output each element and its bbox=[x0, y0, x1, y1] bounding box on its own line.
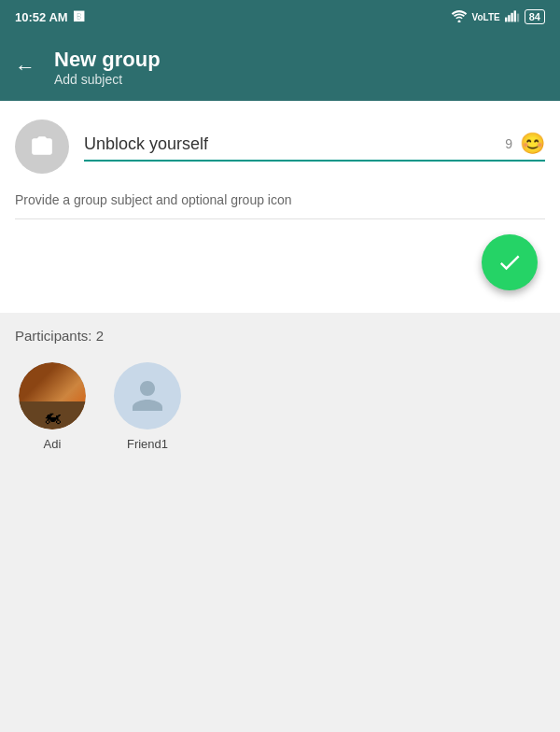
svg-rect-5 bbox=[517, 13, 519, 21]
participant-item: Adi bbox=[19, 362, 86, 451]
participants-list: Adi Friend1 bbox=[15, 362, 545, 451]
page-subtitle: Add subject bbox=[54, 72, 161, 87]
status-bar-right: VoLTE 84 bbox=[451, 9, 545, 25]
avatar-adi bbox=[19, 362, 86, 429]
group-name-input-row: 9 😊 bbox=[84, 132, 545, 162]
status-bar-left: 10:52 AM 🅱 bbox=[15, 10, 84, 24]
participant-name-friend1: Friend1 bbox=[127, 437, 168, 451]
wifi-icon bbox=[451, 9, 468, 25]
group-name-input[interactable] bbox=[84, 134, 497, 154]
adi-photo bbox=[19, 362, 86, 429]
notification-icon: 🅱 bbox=[74, 11, 84, 22]
check-icon bbox=[497, 249, 523, 275]
person-icon bbox=[129, 377, 166, 415]
svg-rect-4 bbox=[513, 10, 515, 21]
svg-rect-2 bbox=[508, 15, 510, 21]
participants-label: Participants: 2 bbox=[15, 328, 545, 344]
camera-button[interactable] bbox=[15, 120, 69, 174]
fab-container bbox=[15, 219, 545, 298]
status-bar: 10:52 AM 🅱 VoLTE 84 bbox=[0, 0, 560, 34]
back-button[interactable]: ← bbox=[15, 55, 35, 79]
svg-rect-1 bbox=[505, 17, 507, 21]
confirm-fab[interactable] bbox=[482, 234, 538, 290]
participant-item: Friend1 bbox=[114, 362, 181, 451]
input-area: 9 😊 bbox=[84, 132, 545, 162]
char-count: 9 bbox=[505, 136, 512, 151]
avatar-friend1 bbox=[114, 362, 181, 429]
emoji-button[interactable]: 😊 bbox=[520, 132, 545, 156]
svg-rect-3 bbox=[511, 12, 512, 21]
time-display: 10:52 AM bbox=[15, 10, 68, 24]
participant-name-adi: Adi bbox=[44, 437, 62, 451]
svg-point-0 bbox=[457, 20, 460, 22]
app-bar-titles: New group Add subject bbox=[54, 48, 161, 87]
participants-section: Participants: 2 Adi Friend1 bbox=[0, 313, 560, 640]
main-content: 9 😊 Provide a group subject and optional… bbox=[0, 101, 560, 313]
page-title: New group bbox=[54, 48, 161, 72]
signal-icon bbox=[505, 9, 520, 25]
helper-text: Provide a group subject and optional gro… bbox=[15, 181, 545, 219]
group-name-row: 9 😊 bbox=[15, 120, 545, 181]
battery-display: 84 bbox=[525, 9, 545, 24]
camera-icon bbox=[30, 134, 54, 159]
app-bar: ← New group Add subject bbox=[0, 34, 560, 101]
lte-icon: VoLTE bbox=[472, 12, 500, 22]
